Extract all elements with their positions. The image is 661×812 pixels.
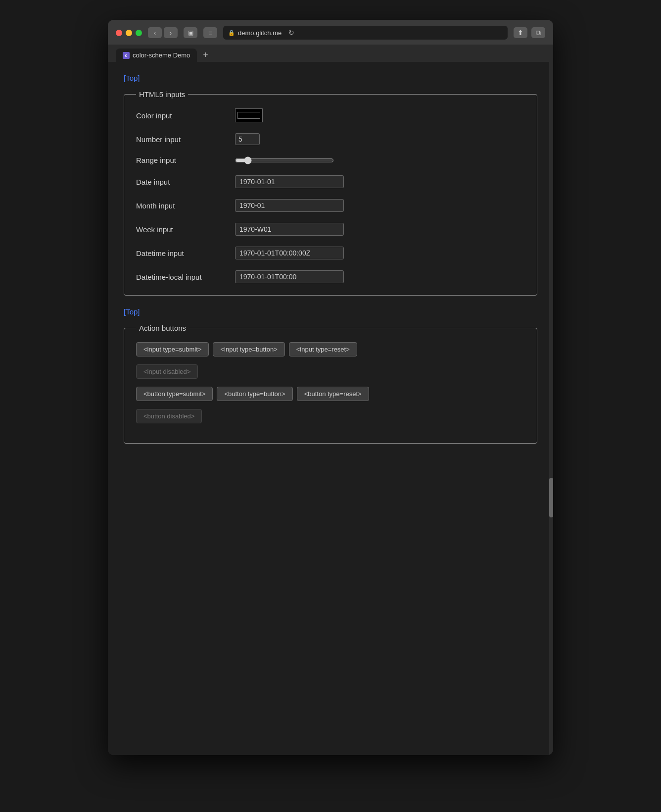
number-label: Number input [136, 135, 235, 144]
tab-favicon: c [123, 52, 130, 59]
tab-bar: c color-scheme Demo + [108, 45, 553, 62]
action-buttons-fieldset: Action buttons <input type=submit> <inpu… [124, 324, 537, 444]
minimize-button[interactable] [126, 30, 132, 36]
range-input[interactable] [235, 156, 334, 164]
duplicate-icon: ⧉ [536, 29, 541, 37]
datetime-input[interactable] [235, 247, 344, 259]
datetime-local-input[interactable] [235, 270, 344, 283]
number-input-row: Number input [136, 133, 525, 145]
duplicate-button[interactable]: ⧉ [531, 27, 545, 38]
input-reset-button[interactable]: <input type=reset> [289, 342, 357, 356]
scrollbar-track [549, 62, 553, 755]
datetime-label: Datetime input [136, 249, 235, 257]
top-link-2[interactable]: [Top] [124, 307, 140, 316]
month-input-row: Month input [136, 199, 525, 212]
input-submit-button[interactable]: <input type=submit> [136, 342, 209, 356]
top-link-1[interactable]: [Top] [124, 74, 140, 82]
week-input[interactable] [235, 223, 344, 236]
back-icon: ‹ [154, 29, 156, 37]
week-label: Week input [136, 225, 235, 234]
month-label: Month input [136, 202, 235, 210]
number-input[interactable] [235, 133, 260, 145]
range-label: Range input [136, 156, 235, 164]
week-input-row: Week input [136, 223, 525, 236]
menu-icon: ≡ [208, 29, 212, 37]
date-input[interactable] [235, 175, 344, 188]
color-input[interactable] [235, 108, 263, 122]
color-input-row: Color input [136, 108, 525, 122]
button-disabled-group: <button disabled> [136, 409, 525, 423]
color-label: Color input [136, 111, 235, 120]
action-legend: Action buttons [136, 324, 189, 332]
button-button-button[interactable]: <button type=button> [217, 387, 292, 401]
tab-color-scheme[interactable]: c color-scheme Demo [116, 49, 197, 62]
input-disabled-group: <input disabled> [136, 364, 525, 379]
month-input[interactable] [235, 199, 344, 212]
html5-legend: HTML5 inputs [136, 90, 188, 99]
datetime-local-input-row: Datetime-local input [136, 270, 525, 283]
datetime-input-row: Datetime input [136, 247, 525, 259]
scrollbar-thumb[interactable] [549, 478, 553, 517]
fullscreen-button[interactable] [136, 30, 142, 36]
page-content: [Top] HTML5 inputs Color input Number in… [108, 62, 553, 755]
url-text: demo.glitch.me [238, 29, 282, 37]
address-bar[interactable]: 🔒 demo.glitch.me ↻ [223, 26, 508, 40]
button-submit-button[interactable]: <button type=submit> [136, 387, 213, 401]
input-buttons-group: <input type=submit> <input type=button> … [136, 342, 525, 356]
reload-button[interactable]: ↻ [284, 27, 298, 38]
button-elements-group: <button type=submit> <button type=button… [136, 387, 525, 401]
sidebar-button[interactable]: ▣ [184, 27, 197, 38]
button-reset-button[interactable]: <button type=reset> [297, 387, 369, 401]
traffic-lights [116, 30, 142, 36]
new-tab-button[interactable]: + [199, 50, 212, 60]
range-input-row: Range input [136, 156, 525, 164]
tab-title: color-scheme Demo [133, 51, 190, 59]
input-disabled-button: <input disabled> [136, 364, 198, 379]
reload-icon: ↻ [288, 29, 294, 37]
share-button[interactable]: ⬆ [514, 27, 527, 38]
forward-icon: › [170, 29, 172, 37]
back-button[interactable]: ‹ [148, 27, 162, 38]
forward-button[interactable]: › [164, 27, 178, 38]
number-container [235, 133, 260, 145]
html5-inputs-fieldset: HTML5 inputs Color input Number input Ra… [124, 90, 537, 296]
datetime-local-label: Datetime-local input [136, 273, 235, 281]
close-button[interactable] [116, 30, 122, 36]
menu-button[interactable]: ≡ [203, 27, 217, 38]
share-icon: ⬆ [518, 29, 523, 37]
button-disabled-button: <button disabled> [136, 409, 202, 423]
lock-icon: 🔒 [228, 30, 235, 36]
date-label: Date input [136, 178, 235, 186]
input-button-button[interactable]: <input type=button> [213, 342, 284, 356]
sidebar-icon: ▣ [188, 29, 193, 36]
date-input-row: Date input [136, 175, 525, 188]
